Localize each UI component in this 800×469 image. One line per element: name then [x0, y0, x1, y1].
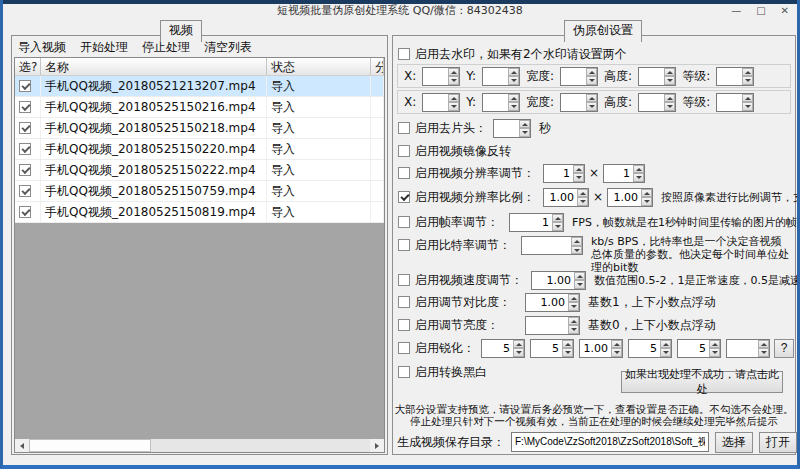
watermark1-height-spinner[interactable] — [638, 67, 676, 86]
table-row[interactable]: 手机QQ视频_20180525150220.mp4 导入 — [15, 139, 384, 160]
spinner-up-icon[interactable] — [758, 340, 769, 349]
tab-fake-original-settings[interactable]: 伪原创设置 — [564, 20, 642, 42]
table-row[interactable]: 手机QQ视频_20180525150216.mp4 导入 — [15, 97, 384, 118]
spinner-down-icon[interactable] — [633, 173, 644, 182]
resolution-ratio-checkbox[interactable] — [398, 191, 410, 203]
spinner-up-icon[interactable] — [448, 68, 459, 77]
ratio-h-spinner[interactable] — [607, 188, 653, 207]
row-checkbox[interactable] — [19, 122, 31, 134]
row-checkbox[interactable] — [19, 206, 31, 218]
watermark1-x-input[interactable] — [423, 68, 447, 85]
sharpen-input-6[interactable] — [727, 340, 757, 357]
spinner-down-icon[interactable] — [448, 102, 459, 111]
mirror-checkbox[interactable] — [398, 145, 410, 157]
spinner-down-icon[interactable] — [508, 76, 519, 85]
sharpen-input-3[interactable] — [580, 340, 610, 357]
import-videos-button[interactable]: 导入视频 — [18, 39, 66, 56]
resolution-w-spinner[interactable] — [543, 164, 585, 183]
sharpen-spinner-4[interactable] — [628, 339, 672, 358]
spinner-down-icon[interactable] — [574, 280, 585, 289]
watermark1-height-input[interactable] — [639, 68, 663, 85]
spinner-up-icon[interactable] — [552, 214, 563, 223]
intro-trim-input[interactable] — [494, 120, 518, 137]
resolution-checkbox[interactable] — [398, 167, 410, 179]
watermark1-level-input[interactable] — [717, 68, 741, 85]
brightness-spinner[interactable] — [525, 316, 580, 335]
watermark1-y-spinner[interactable] — [482, 67, 520, 86]
sharpen-input-5[interactable] — [678, 340, 708, 357]
spinner-up-icon[interactable] — [586, 94, 597, 103]
spinner-up-icon[interactable] — [513, 340, 524, 349]
start-processing-button[interactable]: 开始处理 — [80, 39, 128, 56]
spinner-up-icon[interactable] — [664, 68, 675, 77]
spinner-down-icon[interactable] — [664, 76, 675, 85]
watermark1-width-input[interactable] — [561, 68, 585, 85]
bitrate-spinner[interactable] — [521, 236, 583, 255]
spinner-down-icon[interactable] — [562, 348, 573, 357]
spinner-down-icon[interactable] — [641, 197, 652, 206]
watermark2-y-spinner[interactable] — [482, 93, 520, 112]
spinner-down-icon[interactable] — [568, 302, 579, 311]
clear-list-button[interactable]: 清空列表 — [204, 39, 252, 56]
ratio-w-input[interactable] — [544, 189, 576, 206]
spinner-up-icon[interactable] — [742, 94, 753, 103]
sharpen-spinner-1[interactable] — [481, 339, 525, 358]
spinner-down-icon[interactable] — [508, 102, 519, 111]
sharpen-checkbox[interactable] — [398, 342, 410, 354]
spinner-down-icon[interactable] — [552, 222, 563, 231]
brightness-checkbox[interactable] — [398, 319, 410, 331]
spinner-down-icon[interactable] — [742, 76, 753, 85]
fps-spinner[interactable] — [509, 213, 564, 232]
spinner-down-icon[interactable] — [577, 197, 588, 206]
watermark2-level-spinner[interactable] — [716, 93, 754, 112]
watermark2-x-input[interactable] — [423, 94, 447, 111]
sharpen-spinner-2[interactable] — [530, 339, 574, 358]
spinner-down-icon[interactable] — [513, 348, 524, 357]
contrast-spinner[interactable] — [525, 293, 580, 312]
watermark2-width-input[interactable] — [561, 94, 585, 111]
watermark2-level-input[interactable] — [717, 94, 741, 111]
resolution-h-input[interactable] — [604, 165, 632, 182]
watermark1-x-spinner[interactable] — [422, 67, 460, 86]
table-row[interactable]: 手机QQ视频_20180525150759.mp4 导入 — [15, 181, 384, 202]
spinner-up-icon[interactable] — [448, 94, 459, 103]
header-select[interactable]: 选? — [15, 58, 41, 75]
save-directory-input[interactable] — [511, 432, 709, 452]
table-row[interactable]: 手机QQ视频_20180525150222.mp4 导入 — [15, 160, 384, 181]
minimize-button[interactable]: — — [731, 4, 741, 18]
spinner-down-icon[interactable] — [742, 102, 753, 111]
bitrate-checkbox[interactable] — [398, 239, 410, 251]
spinner-down-icon[interactable] — [586, 76, 597, 85]
spinner-up-icon[interactable] — [664, 94, 675, 103]
sharpen-help-button[interactable]: ? — [774, 339, 794, 358]
sharpen-spinner-3[interactable] — [579, 339, 623, 358]
bitrate-input[interactable] — [522, 237, 570, 254]
resolution-h-spinner[interactable] — [603, 164, 645, 183]
header-status[interactable]: 状态 — [267, 58, 371, 75]
row-checkbox[interactable] — [19, 164, 31, 176]
spinner-up-icon[interactable] — [709, 340, 720, 349]
sharpen-input-4[interactable] — [629, 340, 659, 357]
row-checkbox[interactable] — [19, 80, 31, 92]
choose-directory-button[interactable]: 选择 — [715, 432, 753, 453]
maximize-button[interactable]: □ — [756, 4, 765, 18]
contrast-checkbox[interactable] — [398, 296, 410, 308]
sharpen-spinner-6[interactable] — [726, 339, 770, 358]
spinner-up-icon[interactable] — [641, 189, 652, 198]
titlebar[interactable]: 短视频批量伪原创处理系统 QQ/微信：84302438 — □ ✕ — [3, 4, 797, 19]
spinner-up-icon[interactable] — [508, 68, 519, 77]
scroll-left-icon[interactable] — [15, 439, 29, 452]
spinner-down-icon[interactable] — [758, 348, 769, 357]
intro-trim-checkbox[interactable] — [398, 122, 410, 134]
row-checkbox[interactable] — [19, 185, 31, 197]
spinner-up-icon[interactable] — [742, 68, 753, 77]
spinner-up-icon[interactable] — [568, 294, 579, 303]
watermark2-height-spinner[interactable] — [638, 93, 676, 112]
spinner-down-icon[interactable] — [660, 348, 671, 357]
resolution-w-input[interactable] — [544, 165, 572, 182]
spinner-down-icon[interactable] — [586, 102, 597, 111]
spinner-down-icon[interactable] — [568, 325, 579, 334]
spinner-up-icon[interactable] — [562, 340, 573, 349]
watermark1-level-spinner[interactable] — [716, 67, 754, 86]
fps-input[interactable] — [510, 214, 551, 231]
